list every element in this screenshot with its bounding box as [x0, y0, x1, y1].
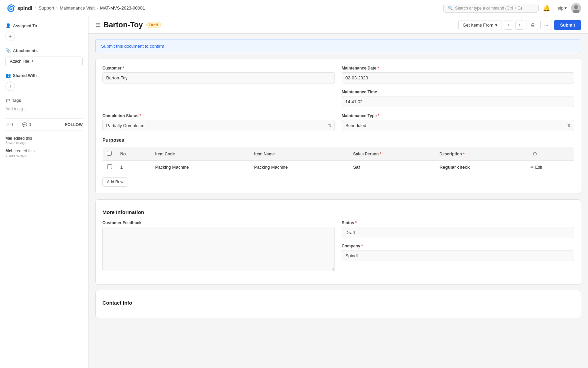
- help-chevron-icon: ▾: [565, 5, 567, 11]
- get-items-chevron-icon: ▾: [495, 22, 497, 28]
- tags-section: 🏷 Tags Add a tag ...: [5, 98, 83, 111]
- status-input[interactable]: [342, 227, 574, 238]
- row-edit-cell: ✏ Edit: [526, 161, 574, 174]
- attachments-section: 📎 Attachments Attach File +: [5, 48, 83, 66]
- draft-badge: Draft: [146, 22, 161, 28]
- purposes-table: No. Item Code Item Name Sales Person * D…: [102, 147, 574, 174]
- maintenance-type-wrapper: Scheduled Unscheduled ⇅: [342, 120, 574, 131]
- form-card: Customer * Maintenance Date *: [95, 59, 581, 194]
- table-gear-button[interactable]: ⚙: [530, 150, 539, 158]
- breadcrumb-sep-1: ›: [56, 5, 58, 11]
- breadcrumb-item-1[interactable]: Maintenance Visit: [60, 5, 94, 11]
- reactions-row: ♡ 0 · 💬 0 FOLLOW: [5, 118, 83, 131]
- status-label: Status *: [342, 220, 574, 225]
- purposes-section: Purposes No. Item Code Item Name: [102, 137, 574, 187]
- page-actions: Get Items From ▾ ‹ › 🖨 ··· Submit: [458, 20, 581, 30]
- likes-count: 0: [11, 122, 13, 127]
- activity-user-1: Mel: [5, 149, 12, 153]
- help-button[interactable]: Help ▾: [554, 5, 567, 11]
- select-all-checkbox[interactable]: [107, 151, 112, 156]
- row-edit-button[interactable]: ✏ Edit: [530, 165, 542, 170]
- status-required: *: [355, 220, 357, 225]
- maintenance-time-input[interactable]: [342, 96, 574, 107]
- maintenance-date-label: Maintenance Date *: [342, 66, 574, 71]
- company-group: Company *: [342, 244, 574, 261]
- add-tag-placeholder[interactable]: Add a tag ...: [5, 107, 28, 111]
- company-input[interactable]: [342, 250, 574, 261]
- pencil-icon: ✏: [530, 165, 534, 170]
- company-required: *: [361, 244, 363, 248]
- likes-reaction[interactable]: ♡ 0: [5, 122, 13, 127]
- edit-label: Edit: [535, 165, 542, 170]
- customer-feedback-group: Customer Feedback: [102, 220, 335, 271]
- attach-file-button[interactable]: Attach File +: [5, 57, 83, 66]
- table-header-no: No.: [116, 147, 151, 161]
- table-header-description: Description *: [436, 147, 526, 161]
- table-header-gear: ⚙: [526, 147, 574, 161]
- attachments-title: 📎 Attachments: [5, 48, 83, 53]
- right-panel: ☰ Barton-Toy Draft Get Items From ▾ ‹ › …: [88, 16, 588, 368]
- customer-input[interactable]: [102, 72, 335, 83]
- maintenance-type-select[interactable]: Scheduled Unscheduled: [342, 120, 574, 131]
- more-options-button[interactable]: ···: [540, 20, 552, 30]
- maintenance-date-input[interactable]: [342, 72, 574, 83]
- hamburger-button[interactable]: ☰: [95, 22, 100, 28]
- breadcrumb-item-0[interactable]: Support: [39, 5, 54, 11]
- maintenance-time-row: Maintenance Time: [102, 90, 574, 107]
- follow-button[interactable]: FOLLOW: [65, 122, 83, 127]
- search-box[interactable]: 🔍 Search or type a command (Ctrl + G): [443, 4, 539, 13]
- completion-status-label: Completion Status *: [102, 113, 335, 118]
- row-description: Regular check: [436, 161, 526, 174]
- customer-required: *: [122, 66, 124, 71]
- row-checkbox[interactable]: [107, 164, 112, 169]
- print-button[interactable]: 🖨: [526, 20, 538, 30]
- assigned-to-icon: 👤: [5, 23, 11, 28]
- customer-group: Customer *: [102, 66, 335, 83]
- completion-status-select[interactable]: Partially Completed Completed Not Comple…: [102, 120, 335, 131]
- activity-action-0: edited this: [14, 136, 32, 141]
- status-type-row: Completion Status * Partially Completed …: [102, 113, 574, 131]
- comments-reaction[interactable]: 💬 0: [22, 122, 31, 127]
- comment-icon: 💬: [22, 122, 27, 127]
- status-group: Status *: [342, 220, 574, 238]
- page-title: Barton-Toy: [103, 20, 143, 29]
- activity-user-0: Mel: [5, 136, 12, 141]
- customer-date-row: Customer * Maintenance Date *: [102, 66, 574, 83]
- nav-left: 🌀 spindl › Support › Maintenance Visit ›…: [7, 4, 145, 12]
- nav-right: 🔍 Search or type a command (Ctrl + G) 🔔 …: [443, 3, 581, 13]
- attachments-label: Attachments: [13, 48, 38, 53]
- prev-button[interactable]: ‹: [504, 20, 513, 30]
- maintenance-time-group: Maintenance Time: [342, 90, 574, 107]
- activity-item-0: Mel edited this 3 weeks ago: [5, 136, 83, 145]
- sidebar: 👤 Assigned To + 📎 Attachments Attach Fil…: [0, 16, 88, 368]
- add-shared-button[interactable]: +: [5, 81, 15, 91]
- content-body: Submit this document to confirm Customer…: [88, 39, 588, 331]
- breadcrumb-sep-2: ›: [97, 5, 98, 11]
- top-nav: 🌀 spindl › Support › Maintenance Visit ›…: [0, 0, 588, 16]
- activity-item-1: Mel created this 3 weeks ago: [5, 148, 83, 157]
- customer-feedback-textarea[interactable]: [102, 227, 335, 271]
- submit-banner-text: Submit this document to confirm: [101, 44, 164, 49]
- svg-point-0: [574, 5, 578, 9]
- attach-file-plus-icon: +: [31, 59, 34, 64]
- next-button[interactable]: ›: [515, 20, 524, 30]
- more-info-heading: More Information: [102, 206, 574, 215]
- bell-button[interactable]: 🔔: [543, 4, 550, 12]
- activity-time-1: 3 weeks ago: [5, 153, 83, 157]
- shared-with-title: 👥 Shared With: [5, 73, 83, 78]
- submit-button[interactable]: Submit: [554, 20, 581, 30]
- add-assignee-button[interactable]: +: [5, 32, 15, 41]
- contact-info-heading: Contact Info: [102, 297, 574, 306]
- dot-separator: ·: [17, 122, 18, 127]
- maintenance-type-group: Maintenance Type * Scheduled Unscheduled…: [342, 113, 574, 131]
- row-no: 1: [116, 161, 151, 174]
- breadcrumb-sep-0: ›: [35, 5, 36, 11]
- breadcrumb-item-2[interactable]: MAT-MVS-2023-00001: [100, 5, 145, 11]
- get-items-label: Get Items From: [463, 22, 493, 28]
- assigned-to-section: 👤 Assigned To +: [5, 23, 83, 41]
- row-item-name: Packing Machine: [250, 161, 349, 174]
- avatar[interactable]: [571, 3, 581, 13]
- add-row-button[interactable]: Add Row: [102, 177, 128, 187]
- get-items-from-button[interactable]: Get Items From ▾: [458, 20, 502, 30]
- contact-info-card: Contact Info: [95, 290, 581, 318]
